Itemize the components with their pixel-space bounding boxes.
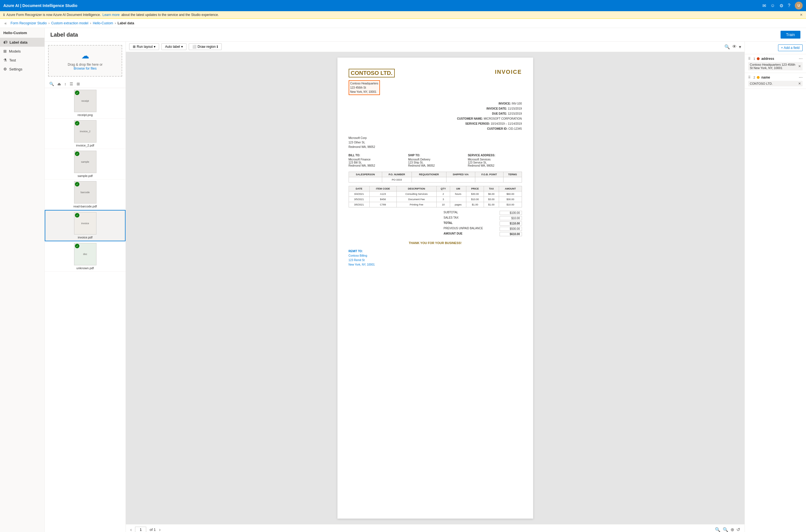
draw-region-button[interactable]: ⬜ Draw region ℹ [189,43,222,50]
infobar-message: Azure Form Recognizer is now Azure AI Do… [6,13,101,17]
page-input[interactable] [135,527,146,532]
train-button[interactable]: Train [781,31,801,39]
subtotal-row: SUBTOTAL $100.00 [444,210,522,215]
topbar-icons: ✉ ☺ ⚙ ? U [762,2,803,10]
file-name: sample.pdf [48,174,122,177]
field-value-close-icon[interactable]: ✕ [798,64,801,68]
file-panel: ☁ Drag & drop file here or Browse for fi… [45,42,126,532]
settings-icon[interactable]: ⚙ [780,3,783,8]
breadcrumb-hello-custom[interactable]: Hello-Custom [93,21,113,25]
run-layout-chevron[interactable]: ▾ [154,45,155,49]
sidebar-item-settings[interactable]: ⚙ Settings [0,64,44,74]
file-item-active[interactable]: invoice ✓ invoice.pdf [45,210,126,241]
sidebar-model-name: Hello-Custom [0,28,44,38]
right-panel: + Add a field ⠿ 1 address ⋯ Contoso Head… [745,42,806,532]
learn-more-link[interactable]: Learn more [102,13,120,17]
file-item[interactable]: doc ✓ unknown.pdf [45,241,126,272]
search-btn[interactable]: 🔍 [48,81,55,87]
sidebar: Hello-Custom 🏷 Label data ⊞ Models ⚗ Tes… [0,28,45,532]
prev-page-button[interactable]: ‹ [130,527,132,532]
field-value-text: CONTOSO LTD. [750,82,773,85]
file-item[interactable]: receipt ✓ receipt.png [45,88,126,118]
add-field-button[interactable]: + Add a field [778,44,803,51]
sort-btn[interactable]: ↕ [63,81,68,87]
document-viewer: ⊞ Run layout ▾ Auto label ▾ ⬜ Draw regio… [126,42,745,532]
infobar-close[interactable]: ✕ [800,13,803,17]
col-terms: TERMS [503,172,522,177]
field-menu-icon[interactable]: ⋯ [799,75,803,80]
browse-link[interactable]: Browse for files [74,66,96,71]
invoice-number-row: INVOICE: INV-100 [349,101,522,106]
breadcrumb-current: Label data [118,21,134,25]
breadcrumb: « Form Recognizer Studio › Custom extrac… [0,19,806,28]
auto-label-button[interactable]: Auto label ▾ [161,43,186,50]
drag-handle-icon[interactable]: ⠿ [748,57,751,61]
ship-to: SHIP TO: Microsoft Delivery 123 Ship St,… [408,154,462,167]
tag-icon: 🏷 [3,40,7,44]
file-item[interactable]: barcode ✓ read-barcode.pdf [45,179,126,210]
search-icon-toolbar[interactable]: 🔍 [724,44,730,50]
field-item-name: ⠿ 2 name ⋯ CONTOSO LTD. ✕ [745,73,806,89]
rotate-button[interactable]: ↺ [736,527,740,532]
field-header: ⠿ 1 address ⋯ [748,56,803,61]
field-header: ⠿ 2 name ⋯ [748,75,803,80]
draw-region-icon: ⬜ [192,45,196,49]
file-item[interactable]: sample ✓ sample.pdf [45,149,126,179]
sidebar-label-data-text: Label data [9,40,27,44]
file-item[interactable]: invoice_2 ✓ invoice_2.pdf [45,118,126,149]
remit-to: REMIT TO: Contoso Billing 123 Remit St N… [349,249,522,267]
list-view-btn[interactable]: ☰ [69,81,74,87]
avatar[interactable]: U [795,2,803,10]
grid-view-btn[interactable]: ⊞ [76,81,81,87]
sidebar-settings-text: Settings [9,67,22,71]
customer-name-row: CUSTOMER NAME: MICROSOFT CORPORATION [349,116,522,121]
table-row: 3/6/2021 C789 Printing Fee 10 pages $1.0… [349,202,522,207]
field-value-close-icon[interactable]: ✕ [798,82,801,86]
auto-label-chevron[interactable]: ▾ [181,45,183,49]
breadcrumb-custom-model[interactable]: Custom extraction model [51,21,88,25]
next-page-button[interactable]: › [159,527,160,532]
table-row: PO-3333 [349,177,522,183]
infobar: ℹ Azure Form Recognizer is now Azure AI … [0,11,806,19]
field-color-dot [757,76,760,79]
sidebar-item-models[interactable]: ⊞ Models [0,47,44,56]
collapse-button[interactable]: « [4,21,7,25]
drag-handle-icon[interactable]: ⠿ [748,75,751,79]
col-requisitioner: REQUISITIONER [411,172,446,177]
table-row: 3/4/2021 A123 Consulting Services 2 hour… [349,191,522,197]
infobar-suffix: about the latest updates to the service … [121,13,219,17]
col-date: DATE [349,186,369,191]
info-icon: ℹ [3,13,5,17]
chevron-down-toolbar[interactable]: ▾ [739,44,741,50]
items-table: DATE ITEM CODE DESCRIPTION QTY UM PRICE … [349,186,522,207]
page-header: Label data Train [45,28,806,42]
zoom-in-button[interactable]: 🔍 [723,527,728,532]
file-check-icon: ✓ [75,244,79,248]
run-layout-button[interactable]: ⊞ Run layout ▾ [129,43,159,50]
doc-toolbar-right: 🔍 👁 ▾ [724,44,741,50]
view-icon-toolbar[interactable]: 👁 [732,44,737,50]
help-icon[interactable]: ? [788,3,790,8]
file-check-icon: ✓ [75,213,79,217]
breadcrumb-form-recognizer[interactable]: Form Recognizer Studio [11,21,47,25]
field-color-dot [757,57,760,60]
filter-btn[interactable]: ⏏ [56,81,62,87]
col-tax: TAX [484,186,499,191]
sidebar-item-label-data[interactable]: 🏷 Label data [0,38,44,47]
invoice-meta: INVOICE: INV-100 INVOICE DATE: 11/15/201… [349,101,522,131]
drag-drop-text: Drag & drop file here or [68,63,102,66]
sidebar-item-test[interactable]: ⚗ Test [0,56,44,64]
main-layout: Hello-Custom 🏷 Label data ⊞ Models ⚗ Tes… [0,28,806,532]
file-toolbar: 🔍 ⏏ ↕ ☰ ⊞ [45,80,126,88]
smiley-icon[interactable]: ☺ [770,3,775,8]
field-menu-icon[interactable]: ⋯ [799,56,803,61]
file-check-icon: ✓ [75,182,79,187]
upload-zone[interactable]: ☁ Drag & drop file here or Browse for fi… [48,45,122,77]
col-shipped-via: SHIPPED VIA [446,172,475,177]
fit-page-button[interactable]: ⊕ [730,527,734,532]
invoice-header: CONTOSO LTD. Contoso Headquarters 123 45… [349,69,522,96]
field-value-text: Contoso Headquarters 123 456th St New Yo… [750,63,798,70]
page-total: of 1 [150,528,156,532]
zoom-out-button[interactable]: 🔍 [715,527,721,532]
mail-icon[interactable]: ✉ [762,3,766,8]
